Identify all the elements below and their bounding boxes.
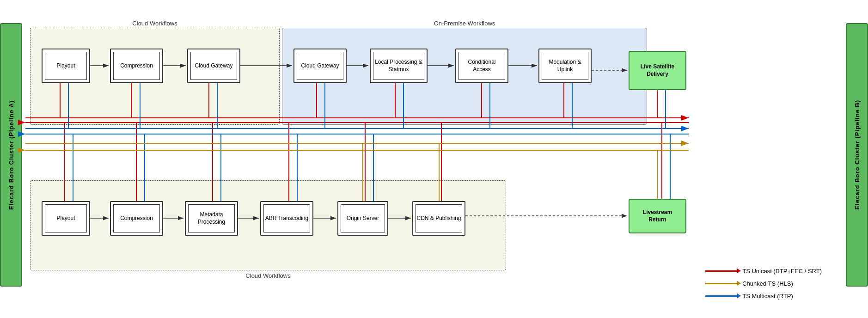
livestream-return-label: Livestream Return — [633, 209, 682, 223]
compression2-box: Compression — [110, 201, 163, 236]
legend: TS Unicast (RTP+FEC / SRT) Chunked TS (H… — [705, 268, 822, 300]
modulation-uplink-box: Modulation & Uplink — [538, 49, 592, 83]
legend-label-red: TS Unicast (RTP+FEC / SRT) — [742, 268, 822, 275]
abr-box: ABR Transcoding — [260, 201, 313, 236]
cloud-workflows-bottom-label: Cloud Workflows — [245, 272, 290, 279]
compression1-box: Compression — [110, 49, 163, 83]
livestream-return-box: Livestream Return — [629, 199, 686, 233]
pipeline-left-label: Elecard Boro Cluster (Pipeline A) — [8, 100, 15, 210]
playout1-box: Playout — [42, 49, 90, 83]
legend-item-red: TS Unicast (RTP+FEC / SRT) — [705, 268, 822, 275]
satellite-delivery-label: Live Satellite Delivery — [633, 63, 682, 78]
pipeline-right-bar: Elecard Boro Cluster (Pipeline B) — [846, 23, 868, 287]
origin-box: Origin Server — [337, 201, 388, 236]
satellite-delivery-box: Live Satellite Delivery — [629, 51, 686, 90]
cloud-workflows-top-label: Cloud Workflows — [132, 20, 177, 27]
cloud-gateway2-box: Cloud Gateway — [293, 49, 347, 83]
main-container: Elecard Boro Cluster (Pipeline A) Elecar… — [0, 0, 868, 318]
pipeline-left-bar: Elecard Boro Cluster (Pipeline A) — [0, 23, 22, 287]
legend-item-blue: TS Multicast (RTP) — [705, 293, 822, 300]
local-processing-box: Local Processing & Statmux — [370, 49, 428, 83]
metadata-box: Metadata Processing — [185, 201, 238, 236]
playout2-box: Playout — [42, 201, 90, 236]
cdn-box: CDN & Publishing — [412, 201, 465, 236]
legend-label-blue: TS Multicast (RTP) — [742, 293, 793, 300]
legend-item-gold: Chunked TS (HLS) — [705, 280, 822, 287]
legend-label-gold: Chunked TS (HLS) — [742, 280, 793, 287]
on-premise-label: On-Premise Workflows — [434, 20, 495, 27]
pipeline-right-label: Elecard Boro Cluster (Pipeline B) — [854, 100, 861, 209]
conditional-access-box: Conditional Access — [455, 49, 508, 83]
cloud-gateway1-box: Cloud Gateway — [187, 49, 240, 83]
